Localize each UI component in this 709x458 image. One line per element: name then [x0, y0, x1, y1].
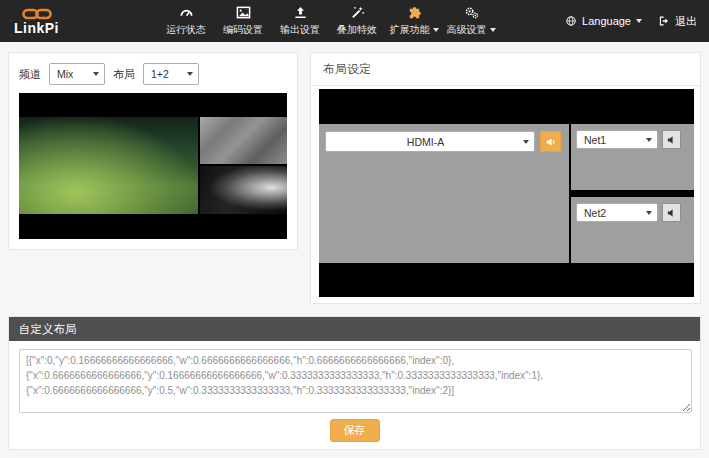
preview-panel: 频道 Mix 布局 1+2: [8, 52, 298, 250]
nav-item-label: 编码设置: [223, 23, 263, 37]
preview-controls: 频道 Mix 布局 1+2: [9, 53, 297, 85]
upload-icon: [293, 5, 308, 20]
gears-icon: [464, 5, 479, 20]
navbar-right: Language 退出: [565, 14, 697, 29]
nav-item-label: 扩展功能: [390, 23, 439, 37]
preview-net1-video: [200, 117, 287, 164]
nav-item-label: 高级设置: [447, 23, 496, 37]
layout-editor-title: 布局设定: [311, 53, 700, 86]
layout-region-net1[interactable]: Net1: [571, 124, 694, 190]
chain-link-icon: [22, 8, 52, 20]
main-audio-button[interactable]: [540, 131, 561, 152]
nav-item-label: 输出设置: [280, 23, 320, 37]
layout-region-net2[interactable]: Net2: [571, 197, 694, 263]
dashboard-icon: [179, 5, 194, 20]
language-label: Language: [582, 15, 631, 27]
logout-link[interactable]: 退出: [658, 14, 697, 29]
caret-down-icon: [646, 138, 652, 142]
channel-select[interactable]: Mix: [49, 63, 105, 85]
caret-down-icon: [433, 28, 439, 32]
layout-region-main[interactable]: HDMI-A: [319, 124, 569, 263]
net2-source-select[interactable]: Net2: [576, 203, 658, 222]
nav-item-encoding-settings[interactable]: 编码设置: [219, 5, 267, 37]
net1-source-select[interactable]: Net1: [576, 130, 658, 149]
language-menu[interactable]: Language: [565, 15, 642, 27]
globe-icon: [565, 15, 577, 27]
custom-layout-header: 自定义布局: [9, 317, 700, 341]
logout-label: 退出: [675, 14, 697, 29]
video-preview-canvas: [19, 93, 287, 239]
layout-editor-canvas: HDMI-A Net1 Net2: [319, 89, 694, 297]
speaker-icon: [545, 136, 557, 148]
save-button[interactable]: 保存: [330, 419, 380, 442]
nav-menu: 运行状态 编码设置 输出设置 叠加特效 扩展功能: [162, 5, 495, 37]
nav-item-output-settings[interactable]: 输出设置: [276, 5, 324, 37]
layout-label: 布局: [113, 67, 135, 82]
net1-audio-button[interactable]: [662, 130, 681, 149]
nav-item-label: 运行状态: [166, 23, 206, 37]
magic-wand-icon: [350, 5, 365, 20]
layout-editor-panel: 布局设定 HDMI-A Net1 Net2: [310, 52, 701, 304]
caret-down-icon: [523, 140, 529, 144]
image-icon: [236, 5, 251, 20]
speaker-icon: [666, 134, 678, 146]
save-button-row: 保存: [9, 419, 700, 442]
caret-down-icon: [490, 28, 496, 32]
brand-name: LinkPi: [14, 21, 59, 35]
sign-out-icon: [658, 15, 670, 27]
preview-main-video: [19, 117, 198, 214]
preview-net2-video: [200, 166, 287, 214]
nav-item-overlay-effects[interactable]: 叠加特效: [333, 5, 381, 37]
brand-logo[interactable]: LinkPi: [14, 8, 59, 35]
net2-audio-button[interactable]: [662, 203, 681, 222]
custom-layout-panel: 自定义布局 [{"x":0,"y":0.16666666666666666,"w…: [8, 316, 701, 450]
main-source-select[interactable]: HDMI-A: [325, 131, 535, 152]
custom-layout-json-input[interactable]: [{"x":0,"y":0.16666666666666666,"w":0.66…: [19, 349, 692, 413]
caret-down-icon: [646, 211, 652, 215]
speaker-icon: [666, 207, 678, 219]
nav-item-label: 叠加特效: [337, 23, 377, 37]
nav-item-running-status[interactable]: 运行状态: [162, 5, 210, 37]
caret-down-icon: [636, 19, 642, 23]
channel-label: 频道: [19, 67, 41, 82]
navbar: LinkPi 运行状态 编码设置 输出设置 叠加特效: [0, 0, 709, 42]
nav-item-advanced-settings[interactable]: 高级设置: [447, 5, 495, 37]
caret-down-icon: [187, 72, 193, 76]
puzzle-icon: [407, 5, 422, 20]
caret-down-icon: [93, 72, 99, 76]
layout-select[interactable]: 1+2: [143, 63, 199, 85]
nav-item-extended-functions[interactable]: 扩展功能: [390, 5, 438, 37]
